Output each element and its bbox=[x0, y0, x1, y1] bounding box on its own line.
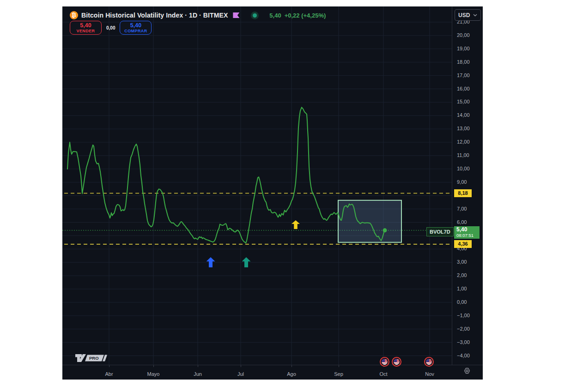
price-tick-label: 0,00 bbox=[457, 299, 467, 305]
current-price-time: 08:07:51 bbox=[456, 233, 477, 238]
price-tick-label: 18,00 bbox=[457, 59, 470, 65]
month-label-nov: Nov bbox=[425, 371, 434, 377]
price-tick-label: 6,00 bbox=[457, 219, 467, 225]
volatility-line-series bbox=[67, 107, 385, 243]
month-label-oct: Oct bbox=[379, 371, 387, 377]
currency-select[interactable]: USD bbox=[455, 9, 481, 21]
price-tick-label: −3,00 bbox=[457, 339, 470, 345]
month-label-jul: Jul bbox=[237, 371, 244, 377]
market-status-dot-icon[interactable] bbox=[253, 13, 257, 18]
price-tick-label: 9,00 bbox=[457, 179, 467, 185]
price-tick-label: 16,00 bbox=[457, 86, 470, 91]
indicator-tag[interactable]: BVOL7D bbox=[426, 227, 454, 236]
price-tick-label: 1,00 bbox=[457, 286, 467, 291]
time-tick-mark bbox=[339, 365, 339, 367]
last-price: 5,40 bbox=[269, 12, 281, 19]
price-tick-label: 3,00 bbox=[457, 259, 467, 265]
price-tick-label: 15,00 bbox=[457, 99, 470, 104]
currency-label: USD bbox=[458, 12, 470, 18]
chevron-down-icon bbox=[473, 14, 477, 17]
us-flag-image bbox=[394, 359, 400, 365]
sell-button[interactable]: 5,40 VENDER bbox=[70, 21, 102, 35]
trade-buttons-row: 5,40 VENDER 0,00 5,40 COMPRAR bbox=[70, 21, 152, 35]
time-tick-mark bbox=[109, 365, 109, 367]
alert-level-label-818[interactable]: 8,18 bbox=[454, 189, 472, 197]
time-tick-mark bbox=[241, 365, 241, 367]
price-tick-label: 14,00 bbox=[457, 112, 470, 118]
price-axis[interactable]: 21,0020,0019,0018,0017,0016,0015,0014,00… bbox=[452, 6, 483, 365]
settings-gear-icon[interactable] bbox=[463, 367, 471, 376]
us-economic-event-flag-icon[interactable] bbox=[392, 357, 401, 367]
buy-button[interactable]: 5,40 COMPRAR bbox=[120, 21, 152, 35]
price-tick-label: 11,00 bbox=[457, 152, 469, 158]
month-label-mayo: Mayo bbox=[147, 371, 160, 377]
price-tick-label: 17,00 bbox=[457, 72, 470, 78]
buy-price: 5,40 bbox=[130, 22, 141, 29]
price-tick-label: 19,00 bbox=[457, 46, 470, 51]
month-label-abr: Abr bbox=[105, 371, 113, 377]
price-tick-label: −1,00 bbox=[457, 313, 470, 318]
price-tick-label: 2,00 bbox=[457, 272, 467, 278]
us-flag-image bbox=[382, 359, 388, 365]
current-price-value: 5,40 bbox=[456, 227, 477, 233]
us-economic-event-flag-icon[interactable] bbox=[380, 357, 389, 367]
spread-value: 0,00 bbox=[106, 25, 115, 30]
tradingview-logo[interactable]: PRO bbox=[75, 354, 109, 362]
price-tick-label: −2,00 bbox=[457, 326, 470, 332]
current-price-label: 5,40 08:07:51 bbox=[454, 226, 480, 239]
sell-label: VENDER bbox=[77, 29, 95, 34]
us-flag-image bbox=[426, 359, 432, 365]
bitcoin-icon: ₿ bbox=[70, 11, 78, 19]
us-economic-event-flag-icon[interactable] bbox=[424, 357, 434, 367]
time-tick-mark bbox=[292, 365, 292, 367]
price-tick-label: 7,00 bbox=[457, 206, 467, 211]
alert-level-label-436[interactable]: 4,36 bbox=[454, 240, 472, 248]
time-axis[interactable]: AbrMayoJunJulAgoSepOctNov bbox=[62, 365, 483, 380]
time-tick-mark bbox=[198, 365, 198, 367]
time-tick-mark bbox=[153, 365, 154, 367]
tradingview-chart-widget: ₿ Bitcoin Historical Volatility Index · … bbox=[62, 6, 483, 380]
pro-badge: PRO bbox=[89, 356, 99, 361]
month-label-jun: Jun bbox=[194, 371, 202, 377]
last-point-dot bbox=[383, 228, 387, 232]
sell-price: 5,40 bbox=[80, 22, 91, 29]
symbol-title[interactable]: Bitcoin Historical Volatility Index · 1D… bbox=[81, 12, 228, 19]
price-tick-label: 12,00 bbox=[457, 139, 470, 145]
chart-legend: ₿ Bitcoin Historical Volatility Index · … bbox=[70, 10, 326, 20]
price-change: +0,22 (+4,25%) bbox=[285, 12, 326, 19]
buy-label: COMPRAR bbox=[124, 29, 147, 34]
price-tick-label: 10,00 bbox=[457, 166, 470, 171]
month-label-sep: Sep bbox=[334, 371, 343, 377]
month-label-ago: Ago bbox=[287, 371, 296, 377]
price-tick-label: −4,00 bbox=[457, 353, 470, 358]
price-tick-label: 20,00 bbox=[457, 32, 470, 38]
price-tick-label: 13,00 bbox=[457, 126, 470, 131]
chart-plot-area[interactable] bbox=[62, 6, 452, 365]
purple-flag-icon[interactable] bbox=[233, 12, 239, 18]
